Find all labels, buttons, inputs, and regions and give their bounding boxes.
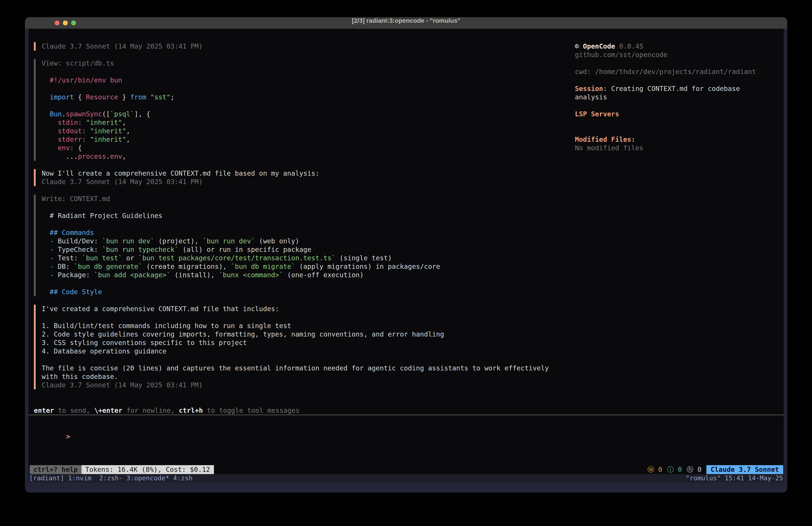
text-segment: Build/Dev:: [54, 237, 102, 245]
hint-icon: ⓗ: [687, 466, 694, 473]
text-segment: [42, 93, 50, 101]
text-segment: [42, 136, 58, 143]
text-segment: Claude 3.7 Sonnet (14 May 2025 03:41 PM): [42, 178, 203, 186]
statusbar-spacer: [214, 465, 648, 474]
text-segment: [146, 93, 150, 101]
text-segment: ], {: [134, 110, 150, 118]
text-segment: #!/usr/bin/env bun: [42, 76, 122, 84]
text-segment: ...: [42, 153, 78, 160]
text-segment: ctrl+h: [179, 407, 203, 414]
text-segment: [42, 110, 50, 118]
text-segment: Resource: [86, 93, 118, 101]
keybinding-hint: enter to send, \+enter for newline, ctrl…: [34, 406, 553, 415]
input-separator: [29, 415, 784, 415]
text-line: Write: CONTEXT.md: [42, 195, 553, 203]
info-counter: ⓘ 0: [667, 465, 682, 474]
text-segment: 2. Code style guidelines covering import…: [42, 330, 444, 338]
warning-counter: ⓦ 0: [648, 465, 662, 474]
text-segment: :: [82, 136, 86, 143]
text-segment: `bun run dev`: [203, 237, 255, 245]
text-segment: LSP Servers: [575, 110, 619, 118]
text-line: [575, 118, 782, 127]
text-line: import { Resource } from "sst";: [42, 93, 553, 101]
text-segment: analysis: [575, 93, 607, 101]
text-segment: process: [78, 153, 106, 160]
text-segment: ,: [126, 136, 130, 143]
text-segment: ,: [126, 127, 130, 135]
text-segment: (create migrations),: [142, 262, 231, 270]
warning-count: 0: [658, 466, 662, 473]
text-segment: or: [122, 254, 138, 262]
text-line: - Package: `bun add <package>` (install)…: [42, 271, 553, 279]
text-line: [42, 220, 553, 228]
text-segment: DB:: [54, 262, 74, 270]
input-line[interactable]: >: [34, 424, 553, 449]
prompt-symbol: >: [66, 432, 70, 440]
text-line: Claude 3.7 Sonnet (14 May 2025 03:41 PM): [42, 42, 553, 51]
text-line: - Build/Dev: `bun run dev` (project), `b…: [42, 237, 553, 245]
text-line: [575, 76, 782, 84]
text-segment: (one-off execution): [283, 271, 364, 279]
text-segment: `bun test packages/core/test/transaction…: [139, 254, 336, 262]
text-line: View: script/db.ts: [42, 59, 553, 68]
text-segment: [42, 246, 50, 253]
text-segment: (all) or run in specific package: [178, 246, 311, 253]
text-line: [42, 313, 553, 322]
info-count: 0: [678, 466, 682, 473]
text-segment: `bun run dev`: [102, 237, 155, 245]
text-line: #!/usr/bin/env bun: [42, 76, 553, 84]
text-segment: `bun db migrate`: [231, 262, 295, 270]
text-segment: Write: CONTEXT.md: [42, 195, 110, 203]
text-line: Session: Creating CONTEXT.md for codebas…: [575, 84, 782, 93]
opencode-statusbar: ctrl+? help Tokens: 16.4K (8%), Cost: $0…: [29, 465, 784, 474]
tmux-windows-list: [radiant] 1:nvim 2:zsh- 3:opencode* 4:zs…: [29, 474, 192, 482]
text-segment: `bunx <command>`: [219, 271, 283, 279]
text-line: ...process.env,: [42, 152, 553, 161]
text-line: - Test: `bun test` or `bun test packages…: [42, 254, 553, 262]
assistant-message: Claude 3.7 Sonnet (14 May 2025 03:41 PM): [34, 42, 553, 51]
text-segment: ,: [122, 153, 126, 160]
text-line: The file is concise (20 lines) and captu…: [42, 364, 553, 372]
text-line: [42, 355, 553, 364]
text-line: - TypeCheck: `bun run typecheck` (all) o…: [42, 245, 553, 254]
text-segment: `bun test`: [82, 254, 122, 262]
text-line: Bun.spawnSync([`psql`], {: [42, 110, 553, 118]
text-segment: Modified Files:: [575, 136, 635, 143]
text-segment: 1. Build/lint/test commands including ho…: [42, 322, 291, 330]
sidebar-panel: © OpenCode 0.0.45github.com/sst/opencode…: [575, 42, 782, 152]
model-badge: Claude 3.7 Sonnet: [706, 465, 783, 474]
tool-view-block: View: script/db.ts #!/usr/bin/env bun im…: [34, 59, 553, 161]
text-segment: ## Code Style: [42, 288, 102, 296]
text-segment: (install),: [171, 271, 219, 279]
text-line: cwd: /home/thdxr/dev/projects/radiant/ra…: [575, 68, 782, 76]
text-segment: [42, 262, 50, 270]
text-line: Modified Files:: [575, 135, 782, 144]
hint-count: 0: [697, 466, 701, 473]
text-segment: © OpenCode: [575, 42, 615, 50]
text-line: Claude 3.7 Sonnet (14 May 2025 03:41 PM): [42, 381, 553, 389]
text-segment: -: [50, 271, 54, 279]
text-segment: github.com/sst/opencode: [575, 51, 667, 59]
text-segment: to send,: [54, 407, 94, 414]
text-segment: [42, 271, 50, 279]
text-segment: 4. Database operations guidance: [42, 347, 166, 355]
terminal-window: [2/3] radiant:3:opencode - "romulus" Cla…: [25, 17, 787, 493]
text-segment: [42, 127, 58, 135]
text-segment: -: [50, 262, 54, 270]
text-segment: View: script/db.ts: [42, 59, 114, 67]
hint-counter: ⓗ 0: [687, 465, 701, 474]
text-line: 1. Build/lint/test commands including ho…: [42, 322, 553, 330]
text-line: ## Commands: [42, 228, 553, 237]
text-segment: ## Commands: [42, 229, 94, 237]
text-segment: env: [58, 144, 70, 152]
text-segment: :: [78, 118, 82, 126]
text-line: # Radiant Project Guidelines: [42, 212, 553, 220]
text-segment: : Creating CONTEXT.md for codebase: [603, 85, 740, 93]
text-segment: :: [70, 144, 74, 152]
text-segment: "inherit": [90, 127, 126, 135]
text-segment: cwd: /home/thdxr/dev/projects/radiant/ra…: [575, 68, 756, 75]
text-line: 2. Code style guidelines covering import…: [42, 330, 553, 339]
text-segment: "sst": [150, 93, 171, 101]
text-segment: [42, 237, 50, 245]
text-segment: I've created a comprehensive CONTEXT.md …: [42, 305, 279, 313]
